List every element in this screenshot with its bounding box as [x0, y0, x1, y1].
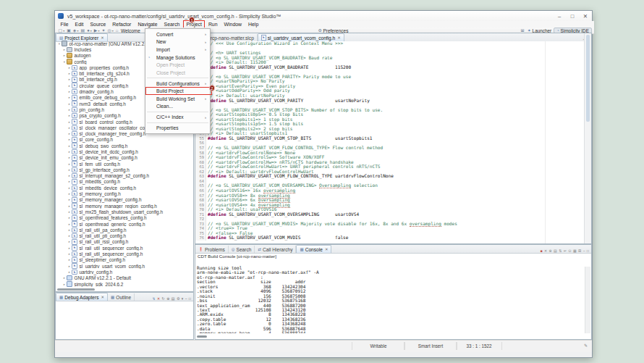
close-icon[interactable]: ✕ [325, 247, 329, 251]
tree-item-sl-rail-util-pa-config-h[interactable]: ▸hsl_rail_util_pa_config.h [56, 227, 192, 233]
hfile-icon: h [72, 95, 77, 101]
close-button[interactable]: ✕ [579, 11, 592, 21]
add-adapter-icon[interactable]: ⊕ [166, 296, 169, 301]
menubar-item-window[interactable]: Window [221, 21, 245, 28]
tree-item-sl-fem-util-config-h[interactable]: ▸hsl_fem_util_config.h [56, 161, 192, 167]
submenu-arrow-icon: › [205, 40, 206, 44]
menubar-item-project[interactable]: Project1 [183, 21, 205, 28]
word-wrap-icon[interactable]: ↵ [564, 249, 567, 253]
maximize-view-icon[interactable]: □ [587, 249, 589, 253]
project-menu-item-build-project[interactable]: Build Project2 [145, 87, 210, 95]
close-icon[interactable]: ✕ [337, 36, 341, 40]
code-line[interactable]: 76#define SL_UARTDRV_USART_VCOM_MVDIS fa… [195, 235, 591, 241]
terminate-icon[interactable]: ■ [541, 249, 543, 253]
tree-item-uartdrv-config-h[interactable]: ▸huartdrv_config.h [56, 269, 192, 275]
tree-item-sl-mx25-flash-shutdown-usart-config-h[interactable]: ▸hsl_mx25_flash_shutdown_usart_config.h [56, 209, 192, 214]
project-menu-item-build-working-set[interactable]: Build Working Set› [145, 95, 210, 103]
tree-item-sl-rail-util-sequencer-config-h[interactable]: ▸hsl_rail_util_sequencer_config.h [56, 245, 192, 251]
hfile-icon: h [72, 167, 77, 173]
tab-call-hierarchy[interactable]: ⇄Call Hierarchy [255, 246, 296, 253]
tab-problems[interactable]: ❗Problems [195, 246, 229, 253]
tree-item-sl-device-init-dcdc-config-h[interactable]: ▸hsl_device_init_dcdc_config.h [56, 149, 192, 154]
project-menu-item-clean[interactable]: Clean... [145, 103, 210, 111]
disconnect-icon[interactable]: ✕ [157, 296, 160, 301]
tab-outline[interactable]: ▦Outline [108, 293, 135, 301]
tree-item-sl-core-config-h[interactable]: ▸hsl_core_config.h [56, 137, 192, 143]
close-icon[interactable]: ✕ [101, 295, 105, 299]
console-panel: ❗Problems◎Search⇄Call Hierarchy▦Console✕… [195, 244, 592, 340]
project-menu-item-new[interactable]: New› [145, 38, 210, 46]
remove-launch-icon[interactable]: ✕ [544, 249, 547, 253]
minimize-view-icon[interactable]: – [185, 296, 187, 301]
hfile-icon: h [72, 77, 77, 83]
hfile-icon: h [72, 89, 77, 95]
sdk-icon [67, 281, 72, 287]
view-menu-icon[interactable]: ▤ [171, 296, 175, 301]
tree-item-sl-rail-util-pti-config-h[interactable]: ▸hsl_rail_util_pti_config.h [56, 233, 192, 239]
tab-debug-adapters[interactable]: ▦Debug Adapters✕ [56, 293, 108, 301]
project-menu-item-build-configurations[interactable]: Build Configurations› [145, 80, 210, 88]
tree-item-sl-openthread-generic-config-h[interactable]: ▸hsl_openthread_generic_config.h [56, 221, 192, 227]
tree-item-sl-rail-util-sequencer-config-h[interactable]: ▸hsl_rail_util_sequencer_config.h [56, 251, 192, 256]
minimize-view-icon[interactable]: – [583, 249, 585, 253]
maximize-view-icon[interactable]: □ [189, 296, 191, 301]
hfile-icon: h [72, 215, 77, 221]
editor-vscrollbar[interactable] [586, 35, 590, 122]
console-hscrollbar[interactable] [197, 335, 207, 338]
tree-item-sl-debug-swo-config-h[interactable]: ▸hsl_debug_swo_config.h [56, 143, 192, 149]
tab-search[interactable]: ◎Search [229, 246, 255, 253]
minimize-button[interactable]: – [553, 11, 566, 21]
tree-item-sl-sleeptimer-config-h[interactable]: ▸hsl_sleeptimer_config.h [56, 257, 192, 263]
settings-icon[interactable]: ⚙ [177, 296, 179, 301]
project-menu-item-c-c-index[interactable]: C/C++ Index› [145, 113, 210, 121]
menubar-item-navigate[interactable]: Navigate [135, 21, 161, 28]
pin-console-icon[interactable]: ⊙ [568, 249, 571, 253]
tree-item-gnu-arm-v12-2-1-default[interactable]: ▸GNU ARM v12.2.1 - Default [56, 275, 192, 281]
tree-item-sl-mbedtls-config-h[interactable]: ▸hsl_mbedtls_config.h [56, 179, 192, 185]
tree-item-sl-mbedtls-device-config-h[interactable]: ▸hsl_mbedtls_device_config.h [56, 185, 192, 191]
tree-item-sl-memory-config-h[interactable]: ▸hsl_memory_config.h [56, 191, 192, 196]
scroll-lock-icon[interactable]: ⇅ [559, 249, 562, 253]
tab-console[interactable]: ▦Console✕ [296, 245, 331, 253]
display-console-icon[interactable]: ▦ [573, 249, 577, 253]
project-menu-item-properties[interactable]: Properties [145, 124, 210, 132]
submenu-arrow-icon: › [205, 115, 206, 120]
debug-adapters-panel: ▦Debug Adapters✕▦Outline↯✕↻⊕▤⚙▾–□ [55, 292, 194, 340]
tree-item-sl-rail-util-rssi-config-h[interactable]: ▸hsl_rail_util_rssi_config.h [56, 239, 192, 245]
menubar-item-help[interactable]: Help [245, 21, 262, 28]
project-menu-item-manage-solutions[interactable]: ◔Manage Solutions [145, 54, 210, 62]
project-menu-item-import[interactable]: Import› [145, 46, 210, 54]
hfile-icon: h [72, 137, 77, 143]
maximize-button[interactable]: □ [566, 11, 579, 21]
print-margin [545, 41, 546, 243]
step-1-badge: 1 [189, 17, 195, 23]
clear-console-icon[interactable]: ▤ [554, 249, 557, 253]
overview-ruler[interactable] [584, 33, 591, 243]
project-menu: Convert›New›Import›◔Manage SolutionsOpen… [145, 28, 211, 134]
tree-item-sl-memory-manager-config-h[interactable]: ▸hsl_memory_manager_config.h [56, 197, 192, 203]
titlebar: v5_workspace - ot-rcp-nano-matter/config… [55, 11, 592, 22]
refresh-icon[interactable]: ↻ [162, 296, 165, 301]
window-title: v5_workspace - ot-rcp-nano-matter/config… [67, 14, 281, 19]
editor-tab-sl-uartdrv-usart-vcom-config-h[interactable]: hsl_uartdrv_usart_vcom_config.h✕ [258, 33, 344, 41]
status-writable: Writable [352, 342, 405, 350]
project-menu-item-convert[interactable]: Convert› [145, 30, 210, 38]
tree-item-simplicity-sdk-2024-6-2[interactable]: ▸simplicity_sdk_2024.6.2 [56, 281, 192, 287]
remove-all-launches-icon[interactable]: ⊗ [549, 249, 552, 253]
tree-item-sl-memory-manager-region-config-h[interactable]: ▸hsl_memory_manager_region_config.h [56, 203, 192, 209]
close-icon[interactable]: ✕ [101, 36, 104, 40]
menubar-item-search[interactable]: Search [161, 21, 183, 28]
dropdown-icon[interactable]: ▾ [182, 296, 184, 301]
tree-item-sl-openthread-features-config-h[interactable]: ▸hsl_openthread_features_config.h [56, 215, 192, 221]
tree-item-sl-interrupt-manager-s2-config-h[interactable]: ▸hsl_interrupt_manager_s2_config.h [56, 173, 192, 179]
explorer-hscrollbar[interactable] [57, 288, 95, 291]
tree-item-sl-device-init-emu-config-h[interactable]: ▸hsl_device_init_emu_config.h [56, 155, 192, 161]
console-vscrollbar[interactable] [585, 267, 590, 333]
connect-icon[interactable]: ↯ [152, 296, 155, 301]
open-console-icon[interactable]: ⊞ [578, 249, 581, 253]
hfile-icon: h [72, 233, 77, 239]
tree-item-sl-gp-interface-config-h[interactable]: ▸hsl_gp_interface_config.h [56, 167, 192, 172]
menubar-item-run[interactable]: Run [205, 21, 221, 28]
editor-body[interactable]: 35// <<< Use Configuration Wizard in Con… [195, 41, 591, 243]
tree-item-sl-uartdrv-usart-vcom-config-h[interactable]: ▸hsl_uartdrv_usart_vcom_config.h [56, 263, 192, 269]
